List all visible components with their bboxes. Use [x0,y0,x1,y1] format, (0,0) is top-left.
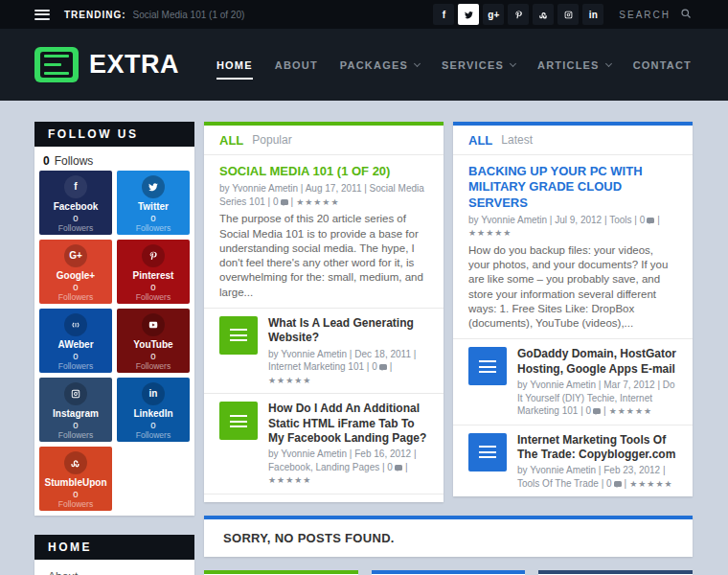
follow-tile-facebook[interactable]: f Facebook 0 Followers [39,171,112,235]
aweber-icon [64,313,87,336]
article-title[interactable]: How Do I Add An Additional Static HTML i… [268,402,428,446]
article-title[interactable]: GoDaddy Domain, HostGator Hosting, Googl… [517,347,677,377]
comments-icon [647,218,654,223]
google-plus-icon[interactable]: g+ [483,4,504,25]
main-nav: HOME ABOUT PACKAGES SERVICES ARTICLES CO… [194,59,692,71]
list-item: What Is A Lead Generating Website? by Yv… [204,309,444,394]
rating-stars: ★★★★★ [296,197,339,207]
main-content: FOLLOW US 0Follows f Facebook 0 Follower… [0,101,728,575]
follows-total: 0Follows [39,151,190,171]
featured-article: SOCIAL MEDIA 101 (1 OF 20) by Yvonnie Am… [204,155,444,309]
follow-tile-pinterest[interactable]: Pinterest 0 Followers [117,240,190,304]
chevron-down-icon [414,59,421,66]
nav-services[interactable]: SERVICES [442,59,515,71]
list-item: GoDaddy Domain, HostGator Hosting, Googl… [453,339,693,425]
comments-icon [395,465,402,471]
top-bar: TRENDING: Social Media 101 (1 of 20) f g… [0,0,728,29]
article-thumbnail[interactable] [468,433,507,472]
facebook-icon[interactable]: f [433,4,454,25]
trending-label: TRENDING: [64,10,126,20]
follow-tile-youtube[interactable]: YouTube 0 Followers [117,309,190,373]
no-posts-message: SORRY, NO POSTS FOUND. [223,531,395,545]
social-tiles-grid: f Facebook 0 Followers Twitter 0 Followe… [39,171,190,511]
twitter-icon[interactable] [458,4,479,25]
rating-stars: ★★★★★ [268,376,311,385]
sidebar: FOLLOW US 0Follows f Facebook 0 Follower… [34,122,194,575]
latest-tabs: ALL Latest [453,126,693,155]
rating-stars: ★★★★★ [268,475,311,485]
article-lines-icon [230,415,247,427]
list-item: Internet Marketing Tools Of The Trade: C… [453,426,693,496]
google-plus-icon: G+ [64,244,87,267]
logo-text: EXTRA [89,50,179,80]
follow-tile-twitter[interactable]: Twitter 0 Followers [117,171,190,235]
follow-tile-linkedin[interactable]: in LinkedIn 0 Followers [117,378,190,442]
pinterest-icon[interactable] [508,4,529,25]
article-meta: by Yvonnie Ametin | Feb 23, 2012 | Tools… [517,464,677,490]
comments-icon [379,364,387,370]
comments-icon [593,408,601,414]
site-logo[interactable]: EXTRA [34,47,179,82]
instagram-icon [64,382,87,405]
search-label[interactable]: SEARCH [619,10,671,20]
rating-stars: ★★★★★ [468,228,512,238]
rating-stars: ★★★★★ [629,479,672,489]
nav-packages[interactable]: PACKAGES [340,59,420,71]
pinterest-icon [142,244,165,267]
twitter-icon [142,175,165,198]
list-item: Internet Marketing Tools Of The Trade: C… [204,494,444,502]
article-thumbnail[interactable] [219,316,258,355]
tab-all[interactable]: ALL [219,133,243,148]
article-title[interactable]: BACKING UP YOUR PC WITH MILITARY GRADE C… [468,164,677,211]
tab-latest[interactable]: Latest [501,133,533,147]
facebook-icon: f [64,175,87,198]
follow-tile-aweber[interactable]: AWeber 0 Followers [39,309,112,373]
chevron-down-icon [510,59,516,66]
article-title[interactable]: What Is A Lead Generating Website? [268,316,428,346]
footer-widget-navy [538,570,693,575]
no-posts-box: SORRY, NO POSTS FOUND. [204,516,693,557]
hamburger-menu-icon[interactable] [34,10,50,20]
linkedin-icon: in [142,382,165,405]
article-title[interactable]: SOCIAL MEDIA 101 (1 OF 20) [219,164,428,179]
popular-tabs: ALL Popular [204,126,444,155]
home-menu-header: HOME [34,535,194,560]
article-thumbnail[interactable] [219,402,258,440]
stumbleupon-icon [64,451,87,474]
follow-tile-stumbleupon[interactable]: StumbleUpon 0 Followers [39,447,112,511]
follow-tile-google-plus[interactable]: G+ Google+ 0 Followers [39,240,112,304]
article-meta: by Yvonnie Ametin | Feb 16, 2012 | Faceb… [268,448,428,487]
nav-home[interactable]: HOME [216,59,253,80]
article-lines-icon [230,329,247,341]
instagram-icon[interactable] [557,4,579,25]
article-meta: by Yvonnie Ametin | Mar 7, 2012 | Do It … [517,379,677,418]
stumbleupon-icon[interactable] [533,4,554,25]
trending-article-link[interactable]: Social Media 101 (1 of 20) [133,10,245,20]
featured-article: BACKING UP YOUR PC WITH MILITARY GRADE C… [453,155,693,339]
follow-us-header: FOLLOW US [34,122,194,147]
article-meta: by Yvonnie Ametin | Jul 9, 2012 | Tools … [468,214,677,240]
chevron-down-icon [605,59,612,66]
comments-icon [614,481,622,487]
comments-icon [281,199,288,205]
article-meta: by Yvonnie Ametin | Aug 17, 2011 | Socia… [219,182,428,208]
footer-widget-blue [372,570,526,575]
logo-e-icon [34,47,79,82]
tab-popular[interactable]: Popular [252,133,291,147]
nav-contact[interactable]: CONTACT [633,59,692,71]
sidebar-item-about[interactable]: About [48,567,181,575]
linkedin-icon[interactable]: in [582,4,603,25]
popular-column: ALL Popular SOCIAL MEDIA 101 (1 OF 20) b… [204,122,444,502]
nav-articles[interactable]: ARTICLES [537,59,611,71]
article-meta: by Yvonnie Ametin | Dec 18, 2011 | Inter… [268,348,428,387]
search-icon[interactable] [680,6,692,23]
article-excerpt: How do you backup files: your videos, yo… [468,243,677,332]
follow-us-widget: 0Follows f Facebook 0 Followers Twitter … [34,147,194,516]
nav-about[interactable]: ABOUT [275,59,318,71]
article-thumbnail[interactable] [468,347,507,385]
footer-widgets-row [204,570,693,575]
article-lines-icon [479,446,496,458]
tab-all[interactable]: ALL [468,133,492,148]
article-title[interactable]: Internet Marketing Tools Of The Trade: C… [517,433,677,463]
follow-tile-instagram[interactable]: Instagram 0 Followers [39,378,112,442]
